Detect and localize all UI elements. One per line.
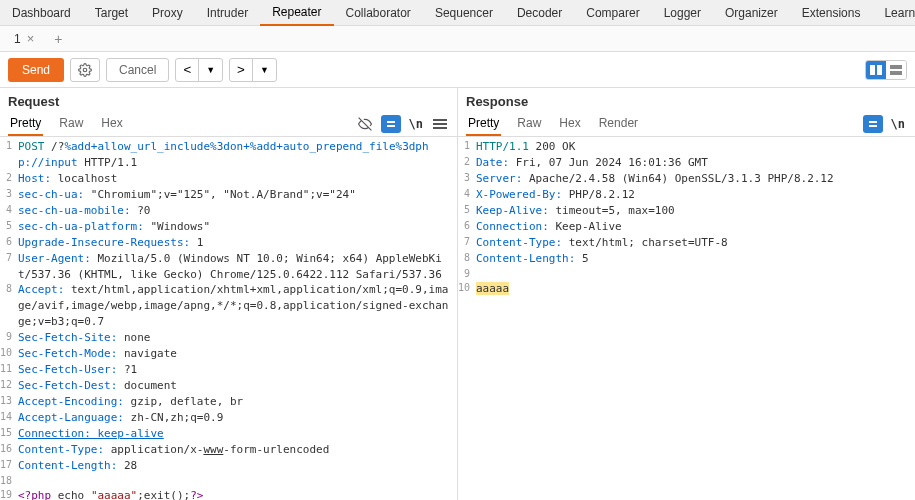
main-tab-logger[interactable]: Logger [652,0,713,26]
line-content: Connection: Keep-Alive [476,219,915,235]
svg-rect-12 [869,125,877,127]
hamburger-icon [433,118,447,130]
main-tab-decoder[interactable]: Decoder [505,0,574,26]
history-forward-button[interactable]: > [229,58,253,82]
svg-rect-7 [387,125,395,127]
svg-rect-11 [869,121,877,123]
response-panel: Response PrettyRawHexRender \n 1HTTP/1.1… [458,88,915,500]
main-tab-sequencer[interactable]: Sequencer [423,0,505,26]
request-view-tab-hex[interactable]: Hex [99,112,124,136]
request-panel: Request PrettyRawHex \n 1POST /?%add+all… [0,88,458,500]
editor-line: 9Sec-Fetch-Site: none [0,330,457,346]
newline-button[interactable]: \n [889,115,907,133]
line-content: Keep-Alive: timeout=5, max=100 [476,203,915,219]
line-number: 1 [0,139,18,171]
editor-line: 17Content-Length: 28 [0,458,457,474]
main-tab-repeater[interactable]: Repeater [260,0,333,26]
request-editor[interactable]: 1POST /?%add+allow_url_include%3don+%add… [0,137,457,500]
response-action-button[interactable] [863,115,883,133]
response-view-tab-hex[interactable]: Hex [557,112,582,136]
history-forward-group: > ▼ [229,58,277,82]
gear-icon [78,63,92,77]
line-content: Sec-Fetch-Mode: navigate [18,346,457,362]
response-editor[interactable]: 1HTTP/1.1 200 OK2Date: Fri, 07 Jun 2024 … [458,137,915,500]
editor-line: 4sec-ch-ua-mobile: ?0 [0,203,457,219]
line-number: 6 [0,235,18,251]
line-content [18,474,457,489]
close-icon[interactable]: × [27,31,35,46]
request-view-tab-pretty[interactable]: Pretty [8,112,43,136]
line-number: 11 [0,362,18,378]
history-forward-dropdown[interactable]: ▼ [252,58,277,82]
panels: Request PrettyRawHex \n 1POST /?%add+all… [0,88,915,500]
main-tab-comparer[interactable]: Comparer [574,0,651,26]
main-tab-intruder[interactable]: Intruder [195,0,260,26]
editor-line: 13Accept-Encoding: gzip, deflate, br [0,394,457,410]
hamburger-button[interactable] [431,116,449,132]
toolbar: Send Cancel < ▼ > ▼ [0,52,915,88]
history-back-button[interactable]: < [175,58,199,82]
history-back-group: < ▼ [175,58,223,82]
request-view-tab-raw[interactable]: Raw [57,112,85,136]
line-number: 5 [458,203,476,219]
repeater-tab-1[interactable]: 1 × [4,27,44,50]
main-tab-organizer[interactable]: Organizer [713,0,790,26]
request-title: Request [8,94,59,109]
add-tab-button[interactable]: + [44,27,72,51]
editor-line: 15Connection: keep-alive [0,426,457,442]
layout-columns-button[interactable] [866,61,886,79]
chevron-left-icon: < [183,62,191,77]
hide-icon-button[interactable] [355,115,375,133]
line-number: 3 [0,187,18,203]
svg-rect-1 [870,65,875,75]
editor-line: 2Date: Fri, 07 Jun 2024 16:01:36 GMT [458,155,915,171]
line-number: 15 [0,426,18,442]
svg-rect-9 [433,123,447,125]
settings-button[interactable] [70,58,100,82]
layout-rows-button[interactable] [886,61,906,79]
send-button[interactable]: Send [8,58,64,82]
line-content: Content-Type: text/html; charset=UTF-8 [476,235,915,251]
line-content: Sec-Fetch-Dest: document [18,378,457,394]
newline-button[interactable]: \n [407,115,425,133]
main-tabs: DashboardTargetProxyIntruderRepeaterColl… [0,0,915,26]
svg-rect-6 [387,121,395,123]
rows-icon [890,65,902,75]
editor-line: 18 [0,474,457,489]
line-number: 8 [0,282,18,330]
editor-line: 10aaaaa [458,281,915,297]
line-number: 6 [458,219,476,235]
main-tab-collaborator[interactable]: Collaborator [334,0,423,26]
line-number: 19 [0,488,18,500]
line-number: 7 [458,235,476,251]
cancel-button[interactable]: Cancel [106,58,169,82]
request-actions: \n [355,115,449,133]
response-view-tab-pretty[interactable]: Pretty [466,112,501,136]
line-content: sec-ch-ua-platform: "Windows" [18,219,457,235]
history-back-dropdown[interactable]: ▼ [198,58,223,82]
line-content: Server: Apache/2.4.58 (Win64) OpenSSL/3.… [476,171,915,187]
line-content: Upgrade-Insecure-Requests: 1 [18,235,457,251]
line-content: Sec-Fetch-Site: none [18,330,457,346]
main-tab-extensions[interactable]: Extensions [790,0,873,26]
line-number: 2 [0,171,18,187]
editor-line: 5Keep-Alive: timeout=5, max=100 [458,203,915,219]
request-action-button[interactable] [381,115,401,133]
editor-line: 4X-Powered-By: PHP/8.2.12 [458,187,915,203]
chevron-down-icon: ▼ [206,65,215,75]
line-number: 13 [0,394,18,410]
response-view-tab-raw[interactable]: Raw [515,112,543,136]
line-content: Content-Length: 28 [18,458,457,474]
main-tab-target[interactable]: Target [83,0,140,26]
editor-line: 11Sec-Fetch-User: ?1 [0,362,457,378]
svg-rect-4 [890,71,902,75]
line-number: 3 [458,171,476,187]
main-tab-proxy[interactable]: Proxy [140,0,195,26]
response-title: Response [466,94,528,109]
editor-line: 10Sec-Fetch-Mode: navigate [0,346,457,362]
main-tab-learn[interactable]: Learn [872,0,915,26]
line-number: 18 [0,474,18,489]
response-view-tab-render[interactable]: Render [597,112,640,136]
main-tab-dashboard[interactable]: Dashboard [0,0,83,26]
line-content: POST /?%add+allow_url_include%3don+%add+… [18,139,457,171]
